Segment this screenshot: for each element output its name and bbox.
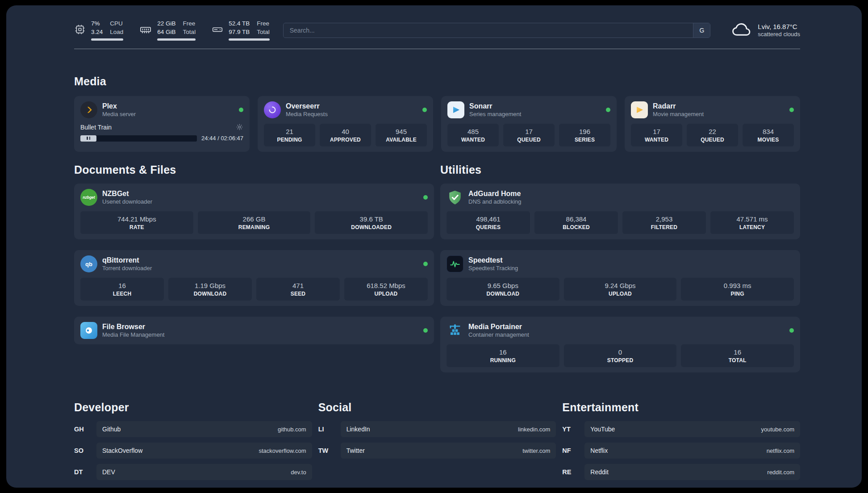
app-card-qbittorrent: qb qBittorrent Torrent downloader 16 [74, 250, 434, 306]
disk-icon [212, 24, 223, 37]
stat-label: QUEUED [505, 137, 553, 143]
app-qbittorrent[interactable]: qb qBittorrent Torrent downloader [80, 255, 152, 272]
cpu-label-top: CPU [110, 20, 123, 28]
app-subtitle: Container management [468, 332, 529, 338]
section-social: Social LI LinkedIn linkedin.com TW Twitt… [318, 401, 556, 480]
link-abbr: SO [74, 447, 96, 454]
stat-label: UPLOAD [566, 291, 675, 297]
app-nzbget[interactable]: nzbget NZBGet Usenet downloader [80, 189, 152, 206]
link-row-dev: DT DEV dev.to [74, 464, 312, 480]
stat-value: 86,384 [536, 215, 616, 223]
ram-free-label: Free [183, 20, 196, 28]
cpu-label-bottom: Load [110, 28, 123, 36]
link-dev[interactable]: DEV dev.to [96, 464, 312, 480]
link-github[interactable]: Github github.com [96, 421, 312, 437]
stat-tile: 498,461 QUERIES [447, 211, 530, 234]
stat-value: 21 [266, 128, 313, 135]
app-subtitle: DNS and adblocking [468, 199, 522, 205]
app-overseerr[interactable]: Overseerr Media Requests [264, 101, 328, 118]
app-card-nzbget: nzbget NZBGet Usenet downloader 744.21 M… [74, 184, 434, 239]
app-subtitle: Media File Management [102, 332, 164, 338]
link-abbr: GH [74, 426, 96, 433]
section-heading-media: Media [74, 75, 800, 88]
app-card-portainer: Media Portainer Container management 16 … [440, 317, 800, 372]
app-radarr[interactable]: Radarr Movie management [631, 101, 704, 118]
app-plex[interactable]: Plex Media server [80, 101, 136, 118]
stat-label: RUNNING [448, 357, 558, 363]
playback-progress-bar[interactable] [80, 135, 197, 142]
cloud-icon [731, 22, 751, 39]
stat-tile: 16 TOTAL [681, 344, 794, 367]
stat-tile: 0.993 ms PING [681, 278, 794, 301]
app-speedtest[interactable]: Speedtest Speedtest Tracking [447, 255, 518, 272]
stat-label: QUERIES [448, 224, 528, 230]
status-dot [423, 262, 428, 266]
stat-label: MOVIES [744, 137, 792, 143]
app-card-sonarr: Sonarr Series management 485 WANTED 17 Q… [441, 96, 617, 152]
stat-value: 9.24 Gbps [566, 282, 675, 289]
nzbget-icon-text: nzbget [83, 195, 95, 200]
link-youtube[interactable]: YouTube youtube.com [584, 421, 800, 437]
section-heading-developer: Developer [74, 401, 312, 414]
stat-tile: 22 QUEUED [687, 124, 738, 146]
qbittorrent-icon-text: qb [85, 261, 92, 267]
search-bar: G [283, 23, 711, 38]
app-card-radarr: Radarr Movie management 17 WANTED 22 QUE… [625, 96, 800, 152]
cpu-load: 3.24 [91, 28, 103, 36]
disk-total-label: Total [257, 28, 270, 36]
stat-label: STOPPED [566, 357, 675, 363]
stat-label: UPLOAD [346, 291, 426, 297]
speedtest-icon [447, 255, 463, 272]
stat-label: WANTED [449, 137, 497, 143]
stat-tile: 266 GB REMAINING [198, 211, 311, 234]
portainer-icon [447, 322, 463, 339]
link-twitter[interactable]: Twitter twitter.com [341, 443, 556, 459]
plex-icon [80, 101, 97, 118]
app-title: AdGuard Home [468, 190, 522, 198]
ram-usage-bar [157, 38, 196, 41]
search-input[interactable] [284, 23, 693, 38]
stat-tile: 471 SEED [256, 278, 340, 301]
stat-tile: 17 QUEUED [503, 124, 555, 146]
link-stackoverflow[interactable]: StackOverflow stackoverflow.com [96, 443, 312, 459]
section-heading-social: Social [318, 401, 556, 414]
stat-tile: 9.65 Gbps DOWNLOAD [447, 278, 559, 301]
stat-label: DOWNLOAD [448, 291, 558, 297]
app-subtitle: Series management [469, 111, 521, 118]
link-netflix[interactable]: Netflix netflix.com [584, 443, 800, 459]
stat-value: 2,953 [624, 215, 704, 223]
status-dot [423, 328, 428, 333]
link-url: linkedin.com [518, 426, 550, 433]
search-engine-button[interactable]: G [693, 23, 710, 38]
link-name: YouTube [590, 426, 615, 433]
disk-free-label: Free [257, 20, 270, 28]
section-heading-documents: Documents & Files [74, 163, 434, 176]
section-heading-utilities: Utilities [440, 163, 800, 176]
link-row-twitter: TW Twitter twitter.com [318, 443, 556, 459]
app-adguard[interactable]: AdGuard Home DNS and adblocking [447, 189, 522, 206]
link-url: github.com [278, 426, 306, 433]
gear-icon[interactable] [236, 123, 243, 131]
app-sonarr[interactable]: Sonarr Series management [447, 101, 521, 118]
stat-tile: 16 LEECH [80, 278, 164, 301]
status-dot [606, 108, 610, 112]
weather-condition: scattered clouds [758, 31, 800, 38]
link-row-reddit: RE Reddit reddit.com [562, 464, 800, 480]
app-filebrowser[interactable]: File Browser Media File Management [80, 322, 164, 339]
link-abbr: RE [562, 468, 584, 476]
section-media: Media Plex Media server [74, 75, 800, 152]
app-title: qBittorrent [102, 256, 152, 264]
app-title: NZBGet [102, 190, 152, 198]
radarr-icon [631, 101, 648, 118]
link-row-github: GH Github github.com [74, 421, 312, 437]
stat-tile: 39.6 TB DOWNLOADED [315, 211, 428, 234]
stat-tile: 2,953 FILTERED [622, 211, 706, 234]
overseerr-icon [264, 101, 281, 118]
link-name: StackOverflow [102, 447, 142, 454]
link-name: Twitter [346, 447, 365, 454]
app-portainer[interactable]: Media Portainer Container management [447, 322, 529, 339]
status-dot [789, 328, 794, 333]
link-linkedin[interactable]: LinkedIn linkedin.com [341, 421, 556, 437]
pause-button[interactable] [80, 135, 96, 142]
link-reddit[interactable]: Reddit reddit.com [584, 464, 800, 480]
